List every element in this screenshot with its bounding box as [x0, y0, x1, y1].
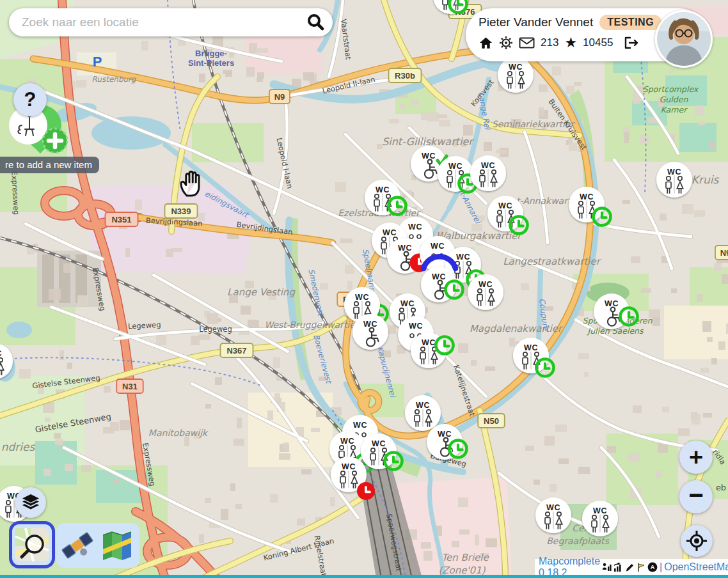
green-label: Kamer	[661, 105, 688, 114]
svg-text:WC: WC	[340, 437, 354, 446]
street-label: eb	[716, 483, 726, 492]
svg-text:WC: WC	[431, 242, 445, 251]
home-icon[interactable]	[479, 36, 493, 50]
toilet-marker[interactable]: WC	[352, 314, 388, 350]
attribution-bar: Mapcomplete 0.18.2 A | OpenStreetMap	[535, 559, 728, 575]
svg-text:WC: WC	[448, 162, 463, 171]
road-badge: R30b	[389, 68, 422, 82]
background-layer-picker	[56, 523, 139, 568]
road-badge: N9	[715, 246, 728, 260]
edit-pencil-icon[interactable]	[625, 563, 635, 572]
road-badge: N339	[165, 204, 198, 218]
svg-text:WC: WC	[438, 430, 452, 439]
settings-gear-icon[interactable]	[499, 36, 513, 50]
search-icon[interactable]	[306, 13, 325, 32]
layer-option-satellite[interactable]	[60, 526, 95, 565]
opening-hours-badge-open	[621, 308, 638, 325]
street-label: Legeweg	[199, 325, 232, 334]
green-label: Sportcomplex	[643, 84, 699, 94]
layer-option-osm-carto[interactable]	[9, 521, 55, 568]
district-label: West-Bruggekwartier	[264, 320, 360, 330]
zoom-in-button[interactable]: +	[679, 441, 713, 474]
user-name: Pieter Vander Vennet	[479, 15, 593, 29]
svg-text:N351: N351	[111, 215, 131, 224]
district-label: Walburgakwartier	[436, 230, 523, 242]
district-label: Kruis	[692, 173, 720, 186]
svg-text:WC: WC	[667, 168, 681, 176]
geolocate-button[interactable]	[681, 525, 713, 557]
opening-hours-badge-open	[510, 217, 528, 234]
search-input[interactable]	[20, 15, 306, 30]
opening-hours-badge-open	[385, 453, 402, 470]
toilet-marker[interactable]: WC	[470, 155, 506, 191]
layers-icon	[20, 492, 41, 513]
toilet-marker[interactable]: WC	[498, 57, 534, 93]
svg-text:WC: WC	[593, 506, 607, 515]
layers-button[interactable]	[15, 487, 46, 518]
toilet-marker[interactable]: WC	[405, 395, 441, 431]
toilet-marker[interactable]: WC	[656, 162, 692, 198]
green-label: Gulden	[660, 95, 689, 104]
add-item-tooltip: re to add a new item	[0, 157, 99, 173]
svg-text:WC: WC	[376, 185, 390, 194]
svg-text:WC: WC	[605, 299, 619, 308]
svg-text:WC: WC	[353, 421, 367, 430]
svg-text:WC: WC	[524, 343, 538, 352]
theme-flag-icon[interactable]	[637, 563, 645, 572]
district-label: Ten Briele	[441, 552, 489, 563]
folded-map-thumbnail	[100, 527, 134, 563]
map-canvas[interactable]: RustenburgSint-GilliskwartierSeminariekw…	[0, 0, 728, 578]
messages-envelope-icon[interactable]	[519, 37, 535, 49]
layer-option-map[interactable]	[100, 526, 134, 565]
star-icon[interactable]: ★	[564, 35, 577, 51]
district-label: Langestraatkwartier	[503, 256, 602, 267]
avatar[interactable]	[655, 10, 713, 68]
district-label: Lange Vesting	[227, 286, 296, 298]
svg-text:WC: WC	[509, 63, 523, 72]
toilet-marker[interactable]: WC	[582, 501, 618, 536]
statistics-icon[interactable]	[602, 563, 612, 572]
svg-text:WC: WC	[479, 280, 493, 289]
svg-text:A: A	[651, 564, 655, 570]
svg-text:WC: WC	[546, 503, 560, 512]
svg-text:WC: WC	[0, 349, 2, 358]
svg-text:N9: N9	[720, 248, 728, 258]
crosshair-icon	[686, 530, 708, 552]
osm-copyright-icon[interactable]: A	[647, 562, 658, 572]
opening-hours-badge-open	[450, 0, 467, 13]
attribution-separator: |	[660, 561, 662, 573]
testing-badge: TESTING	[599, 15, 661, 30]
svg-text:WC: WC	[422, 338, 436, 347]
svg-text:N31: N31	[122, 382, 138, 391]
district-label: Begraafplaats	[546, 536, 610, 546]
hand-cursor-icon	[178, 170, 202, 198]
zoom-out-button[interactable]: −	[679, 480, 713, 513]
opening-hours-badge-closed	[357, 482, 375, 500]
svg-text:WC: WC	[409, 322, 423, 331]
svg-text:WC: WC	[372, 439, 386, 448]
toilet-marker[interactable]: WC	[535, 497, 571, 533]
svg-text:WC: WC	[383, 228, 397, 237]
logout-icon[interactable]	[624, 36, 639, 49]
road-badge: N31	[116, 379, 143, 393]
road-badge: N50	[478, 414, 505, 428]
opening-hours-badge-open	[446, 281, 463, 299]
svg-text:WC: WC	[355, 293, 369, 302]
search-bar	[9, 8, 333, 36]
svg-text:N339: N339	[171, 207, 191, 216]
svg-text:WC: WC	[432, 272, 446, 281]
svg-text:WC: WC	[342, 462, 356, 471]
osm-link[interactable]: OpenStreetMap	[664, 561, 728, 573]
district-label: Manitobawijk	[148, 428, 209, 438]
toilet-marker[interactable]: WC	[468, 274, 503, 310]
svg-text:WC: WC	[400, 299, 415, 308]
help-button[interactable]: ?	[13, 83, 47, 116]
mapcomplete-app: RustenburgSint-GilliskwartierSeminariekw…	[0, 0, 728, 578]
road-badge: N351	[106, 212, 138, 226]
opening-hours-badge-open	[436, 337, 454, 354]
road-badge: N367	[221, 343, 253, 357]
opening-hours-badge-open	[450, 441, 467, 458]
svg-text:WC: WC	[580, 192, 594, 201]
chart-icon[interactable]	[613, 563, 623, 572]
district-label: ndries	[1, 441, 36, 453]
